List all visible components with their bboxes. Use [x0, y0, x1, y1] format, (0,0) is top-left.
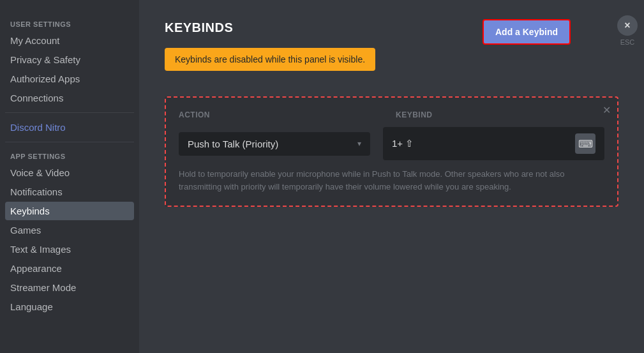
- keyboard-icon-button[interactable]: ⌨: [575, 133, 595, 154]
- sidebar-item-label: Connections: [10, 93, 63, 103]
- sidebar-item-label: Privacy & Safety: [10, 54, 80, 65]
- keybind-headers: ACTION KEYBIND: [179, 110, 604, 119]
- keybind-card-close-icon[interactable]: ✕: [603, 104, 611, 116]
- warning-banner: Keybinds are disabled while this panel i…: [165, 48, 375, 71]
- sidebar-item-label: Language: [10, 301, 53, 312]
- sidebar-item-authorized-apps[interactable]: Authorized Apps: [5, 70, 134, 88]
- sidebar-item-voice-video[interactable]: Voice & Video: [5, 163, 134, 182]
- keybind-col-header: KEYBIND: [396, 110, 604, 119]
- user-settings-label: USER SETTINGS: [5, 15, 134, 31]
- sidebar-divider: [5, 112, 134, 113]
- sidebar-item-discord-nitro[interactable]: Discord Nitro: [5, 118, 134, 137]
- keybind-value: 1+ ⇧: [392, 138, 414, 149]
- sidebar-item-label: Text & Images: [10, 244, 71, 255]
- sidebar-item-games[interactable]: Games: [5, 221, 134, 239]
- keybind-input[interactable]: 1+ ⇧ ⌨: [383, 127, 604, 160]
- add-keybind-button[interactable]: Add a Keybind: [483, 19, 571, 45]
- sidebar: USER SETTINGS My Account Privacy & Safet…: [0, 0, 139, 353]
- sidebar-item-text-images[interactable]: Text & Images: [5, 240, 134, 259]
- sidebar-item-language[interactable]: Language: [5, 297, 134, 316]
- sidebar-item-label: Discord Nitro: [10, 122, 66, 133]
- esc-label: ESC: [620, 38, 635, 46]
- close-icon: ×: [624, 20, 630, 31]
- sidebar-item-label: Voice & Video: [10, 167, 70, 178]
- sidebar-item-privacy-safety[interactable]: Privacy & Safety: [5, 50, 134, 69]
- sidebar-item-keybinds[interactable]: Keybinds: [5, 202, 134, 220]
- main-content: KEYBINDS Keybinds are disabled while thi…: [139, 0, 644, 353]
- sidebar-item-label: Appearance: [10, 263, 62, 274]
- sidebar-item-label: My Account: [10, 35, 60, 46]
- sidebar-item-my-account[interactable]: My Account: [5, 31, 134, 50]
- action-col-header: ACTION: [179, 110, 370, 119]
- sidebar-item-connections[interactable]: Connections: [5, 89, 134, 107]
- keybind-card: ✕ ACTION KEYBIND Push to Talk (Priority)…: [165, 96, 618, 207]
- sidebar-item-streamer-mode[interactable]: Streamer Mode: [5, 278, 134, 297]
- close-button[interactable]: ×: [617, 15, 638, 36]
- app-settings-label: APP SETTINGS: [5, 147, 134, 163]
- sidebar-item-notifications[interactable]: Notifications: [5, 183, 134, 201]
- action-value: Push to Talk (Priority): [188, 139, 278, 149]
- keyboard-icon: ⌨: [578, 138, 593, 150]
- esc-area: × ESC: [617, 15, 638, 46]
- keybind-description: Hold to temporarily enable your micropho…: [179, 168, 604, 193]
- sidebar-item-label: Streamer Mode: [10, 282, 76, 293]
- sidebar-item-appearance[interactable]: Appearance: [5, 259, 134, 278]
- chevron-down-icon: ▾: [357, 139, 361, 148]
- keybind-row: Push to Talk (Priority) ▾ 1+ ⇧ ⌨: [179, 127, 604, 160]
- action-dropdown[interactable]: Push to Talk (Priority) ▾: [179, 132, 370, 156]
- sidebar-item-label: Notifications: [10, 186, 63, 197]
- sidebar-item-label: Games: [10, 225, 41, 236]
- sidebar-divider-2: [5, 142, 134, 142]
- sidebar-item-label: Authorized Apps: [10, 73, 80, 84]
- sidebar-item-label: Keybinds: [10, 206, 50, 216]
